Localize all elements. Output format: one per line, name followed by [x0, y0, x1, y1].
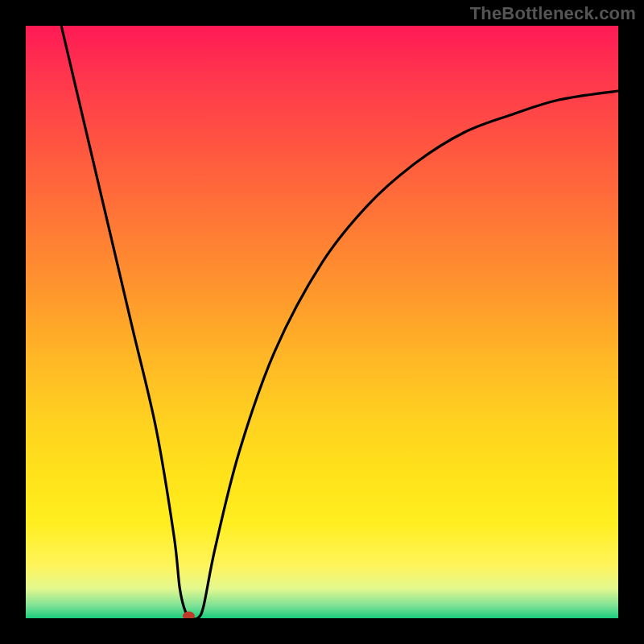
watermark-text: TheBottleneck.com: [470, 3, 636, 24]
chart-svg: [26, 26, 618, 618]
chart-frame: TheBottleneck.com: [0, 0, 644, 644]
plot-area: [26, 26, 618, 618]
optimal-point-marker: [183, 612, 194, 618]
bottleneck-curve: [61, 26, 618, 618]
